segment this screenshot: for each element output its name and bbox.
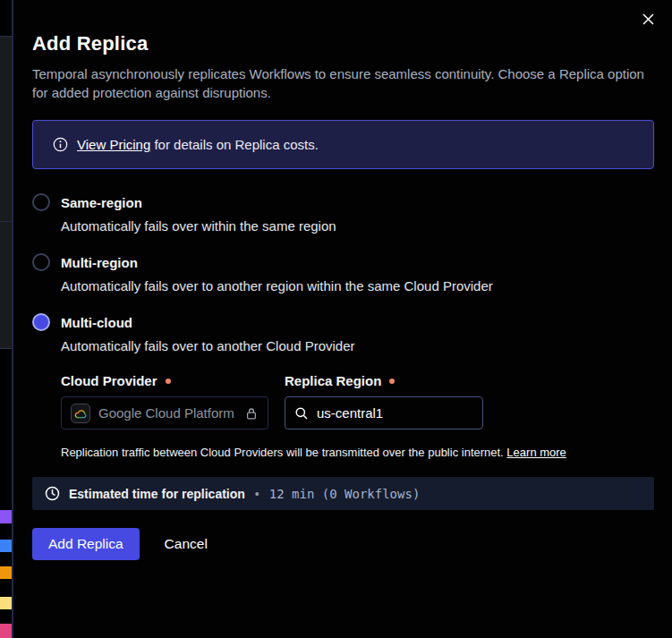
backdrop-color-block — [0, 624, 12, 638]
option-label: Multi-region — [61, 255, 138, 270]
replica-region-combobox[interactable] — [285, 396, 483, 430]
add-replica-modal: Add Replica Temporal asynchronously repl… — [14, 0, 672, 638]
estimate-banner: Estimated time for replication • 12 min … — [32, 477, 654, 510]
backdrop-color-block — [0, 566, 12, 579]
modal-description: Temporal asynchronously replicates Workf… — [32, 64, 654, 102]
replica-region-label: Replica Region — [285, 373, 483, 388]
clock-icon — [45, 486, 60, 501]
replica-region-input[interactable] — [317, 405, 460, 421]
view-pricing-link[interactable]: View Pricing — [77, 137, 150, 152]
cloud-provider-select[interactable]: Google Cloud Platform — [61, 396, 268, 430]
search-icon — [294, 406, 309, 421]
close-icon — [642, 13, 655, 29]
option-description: Automatically fails over within the same… — [61, 218, 654, 234]
estimate-value: 12 min (0 Workflows) — [269, 487, 421, 501]
backdrop-divider — [0, 348, 12, 349]
radio-multi-cloud[interactable] — [32, 313, 50, 331]
cloud-provider-label: Cloud Provider — [61, 373, 268, 388]
add-replica-button[interactable]: Add Replica — [32, 528, 140, 560]
option-multi-cloud[interactable]: Multi-cloud Automatically fails over to … — [32, 313, 654, 459]
multi-cloud-fields: Cloud Provider — [61, 373, 654, 430]
modal-actions: Add Replica Cancel — [32, 528, 654, 560]
option-same-region[interactable]: Same-region Automatically fails over wit… — [32, 193, 654, 234]
backdrop-border — [12, 0, 13, 638]
radio-same-region[interactable] — [32, 193, 50, 211]
backdrop-divider — [0, 36, 12, 37]
modal-title: Add Replica — [32, 32, 654, 55]
replica-region-field: Replica Region — [285, 373, 483, 430]
backdrop-color-block — [0, 540, 12, 552]
required-dot — [389, 379, 395, 384]
note-text: Replication traffic between Cloud Provid… — [61, 446, 504, 459]
backdrop-color-block — [0, 510, 12, 523]
backdrop-divider — [0, 221, 12, 222]
required-dot — [166, 379, 171, 384]
replica-options: Same-region Automatically fails over wit… — [32, 193, 654, 459]
estimate-label: Estimated time for replication — [69, 487, 245, 501]
option-label: Same-region — [61, 195, 142, 210]
pricing-info-banner: View Pricing for details on Replica cost… — [32, 120, 654, 169]
radio-multi-region[interactable] — [32, 253, 50, 271]
estimate-separator: • — [255, 487, 259, 501]
pricing-banner-text: View Pricing for details on Replica cost… — [77, 137, 319, 152]
option-label: Multi-cloud — [61, 315, 132, 330]
option-description: Automatically fails over to another regi… — [61, 278, 654, 293]
option-multi-region[interactable]: Multi-region Automatically fails over to… — [32, 253, 654, 293]
field-label-text: Cloud Provider — [61, 373, 157, 388]
public-internet-note: Replication traffic between Cloud Provid… — [61, 446, 654, 459]
cloud-provider-field: Cloud Provider — [61, 373, 268, 430]
page-backdrop — [0, 0, 13, 638]
option-description: Automatically fails over to another Clou… — [61, 338, 654, 353]
lock-icon — [244, 406, 259, 421]
field-label-text: Replica Region — [285, 373, 381, 388]
cloud-provider-value: Google Cloud Platform — [98, 405, 234, 421]
learn-more-link[interactable]: Learn more — [506, 446, 566, 459]
gcp-logo-icon — [71, 404, 90, 423]
backdrop-panel — [0, 37, 12, 348]
pricing-banner-suffix: for details on Replica costs. — [150, 137, 319, 152]
close-button[interactable] — [636, 9, 659, 32]
backdrop-color-block — [0, 597, 12, 609]
info-icon — [53, 137, 68, 152]
cancel-button[interactable]: Cancel — [165, 536, 208, 552]
